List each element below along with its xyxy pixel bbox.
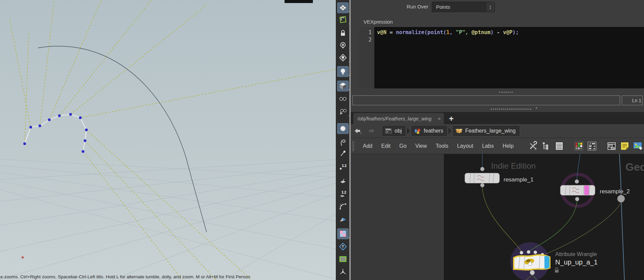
watermark-right-text: Geo bbox=[625, 161, 644, 173]
breadcrumb-item-feathers[interactable]: feathers bbox=[411, 125, 448, 137]
forward-button[interactable] bbox=[366, 127, 376, 135]
layout-tiles-icon[interactable] bbox=[587, 141, 597, 151]
network-left-margin[interactable] bbox=[351, 154, 444, 280]
run-over-label: Run Over bbox=[391, 4, 428, 9]
menu-layout[interactable]: Layout bbox=[457, 143, 473, 149]
tab-title: /obj/feathers/Feathers_large_wing bbox=[353, 116, 436, 121]
network-canvas[interactable]: Indie Edition Geo resampl bbox=[444, 154, 644, 280]
input-connector[interactable] bbox=[534, 251, 537, 254]
visualizers-icon[interactable] bbox=[337, 228, 349, 239]
primitive-markers-icon[interactable] bbox=[337, 175, 349, 186]
network-menu-bar: Add Edit Go View Tools Layout Labs Help bbox=[351, 138, 644, 154]
materials-playback-icon[interactable] bbox=[337, 106, 349, 117]
add-image-icon[interactable] bbox=[633, 141, 643, 151]
breadcrumb-item-wing[interactable]: Feathers_large_wing bbox=[452, 125, 520, 137]
headlight-only-icon[interactable] bbox=[337, 52, 349, 63]
output-connector[interactable] bbox=[480, 183, 484, 187]
code-token: v@P bbox=[503, 29, 512, 35]
smooth-shaded-icon[interactable] bbox=[337, 123, 349, 134]
lock-icon[interactable] bbox=[337, 28, 349, 38]
point-markers-icon[interactable] bbox=[337, 148, 349, 159]
dropdown-spinner[interactable]: ▲ ▼ bbox=[486, 2, 494, 12]
tools-icon[interactable] bbox=[528, 141, 538, 151]
horizontal-scrollbar[interactable] bbox=[352, 95, 620, 105]
network-tab[interactable]: /obj/feathers/Feathers_large_wing × bbox=[353, 113, 444, 124]
input-connector[interactable] bbox=[480, 167, 484, 171]
desktop-panes-icon[interactable] bbox=[606, 141, 617, 151]
hull-display-icon[interactable] bbox=[337, 201, 349, 212]
input-connector[interactable] bbox=[520, 251, 523, 254]
menu-view[interactable]: View bbox=[415, 143, 427, 149]
template-flag[interactable] bbox=[584, 186, 589, 195]
watermark-text: Indie Edition bbox=[491, 161, 536, 170]
list-view-icon[interactable] bbox=[554, 141, 565, 151]
high-quality-shading-icon[interactable] bbox=[337, 81, 349, 91]
output-connector[interactable] bbox=[530, 270, 535, 275]
run-over-dropdown[interactable]: Points ▲ ▼ bbox=[432, 2, 495, 12]
input-connector[interactable] bbox=[575, 179, 579, 184]
menu-add[interactable]: Add bbox=[363, 143, 372, 149]
code-token: ) bbox=[490, 29, 493, 35]
code-token: ); bbox=[512, 29, 519, 35]
breadcrumb-item-obj[interactable]: obj bbox=[382, 125, 406, 137]
run-over-row: Run Over Points ▲ ▼ bbox=[351, 0, 644, 15]
display-hooks-icon[interactable] bbox=[337, 137, 349, 148]
menu-tools[interactable]: Tools bbox=[436, 143, 448, 149]
particle-axes-icon[interactable] bbox=[337, 267, 349, 277]
breadcrumb-label: Feathers_large_wing bbox=[465, 128, 515, 134]
back-button[interactable] bbox=[353, 127, 364, 135]
line-number-2: 2 bbox=[359, 36, 372, 44]
menu-grip[interactable] bbox=[352, 141, 354, 151]
tree-view-icon[interactable] bbox=[541, 141, 552, 151]
point-numbers-icon[interactable]: 12 bbox=[337, 162, 349, 172]
viewport-layout-icon[interactable] bbox=[337, 2, 349, 13]
lock-icon bbox=[555, 268, 559, 273]
line-number-1: 1 bbox=[359, 29, 372, 36]
spin-down-icon: ▼ bbox=[489, 7, 491, 9]
menu-go[interactable]: Go bbox=[399, 143, 406, 149]
primitive-normals-icon[interactable] bbox=[337, 215, 349, 225]
materials-icon[interactable] bbox=[337, 93, 349, 104]
scroll-more-icon[interactable] bbox=[337, 278, 349, 280]
display-flag[interactable] bbox=[544, 256, 549, 269]
new-tab-button[interactable]: + bbox=[446, 113, 456, 124]
view-gizmo-icon[interactable] bbox=[337, 241, 349, 252]
input-connector[interactable] bbox=[527, 250, 530, 254]
lights-off-icon[interactable] bbox=[337, 40, 349, 51]
caret-down-icon[interactable]: ▾ bbox=[536, 106, 537, 110]
network-tab-bar: /obj/feathers/Feathers_large_wing × + bbox=[351, 112, 644, 124]
code-lines[interactable]: v@N = normalize(point(1, "P", @ptnum) - … bbox=[374, 27, 644, 88]
vex-code-editor[interactable]: 1 2 v@N = normalize(point(1, "P", @ptnum… bbox=[359, 27, 644, 88]
right-pane: Run Over Points ▲ ▼ VEXpression 1 2 v@N … bbox=[351, 0, 644, 280]
color-palette-icon[interactable] bbox=[573, 141, 584, 151]
network-dot[interactable] bbox=[617, 195, 625, 202]
svg-text:12: 12 bbox=[342, 164, 347, 168]
output-connector[interactable] bbox=[575, 197, 579, 201]
code-token: normalize( bbox=[396, 29, 427, 35]
viewport-background bbox=[0, 0, 336, 280]
box-icon bbox=[455, 128, 463, 134]
scene-viewport[interactable]: ox-zooms. Ctrl+Right zooms. Spacebar-Ctr… bbox=[0, 0, 336, 280]
menu-labs[interactable]: Labs bbox=[482, 143, 494, 149]
primitive-numbers-icon[interactable]: 12 bbox=[337, 188, 349, 199]
normal-lighting-icon[interactable] bbox=[337, 66, 349, 77]
svg-text:12: 12 bbox=[341, 190, 346, 195]
sticky-note-icon[interactable] bbox=[619, 141, 630, 151]
pane-resize-grip[interactable] bbox=[499, 92, 513, 93]
menu-edit[interactable]: Edit bbox=[381, 143, 391, 149]
geometry-icon bbox=[414, 128, 421, 134]
menu-help[interactable]: Help bbox=[503, 143, 514, 149]
code-token: , bbox=[450, 29, 456, 35]
houdini-window: { "viewport": { "status_text": "ox-zooms… bbox=[0, 0, 644, 280]
viewport-camera-strip[interactable] bbox=[285, 0, 313, 3]
pane-resize-grip[interactable] bbox=[491, 109, 531, 110]
viewport-help-text: ox-zooms. Ctrl+Right zooms. Spacebar-Ctr… bbox=[0, 274, 250, 279]
group-overlay-icon[interactable] bbox=[337, 254, 349, 264]
display-options-toolbar: 12 12 bbox=[336, 0, 349, 280]
node-label: N_up_up_a_1 bbox=[555, 258, 598, 266]
node-wires bbox=[482, 154, 624, 280]
snapping-icon[interactable] bbox=[337, 14, 349, 25]
breadcrumb: obj feathers Feathers_large_wing bbox=[382, 125, 520, 137]
node-label: resample_1 bbox=[504, 176, 534, 183]
tab-close-icon[interactable]: × bbox=[436, 116, 444, 121]
